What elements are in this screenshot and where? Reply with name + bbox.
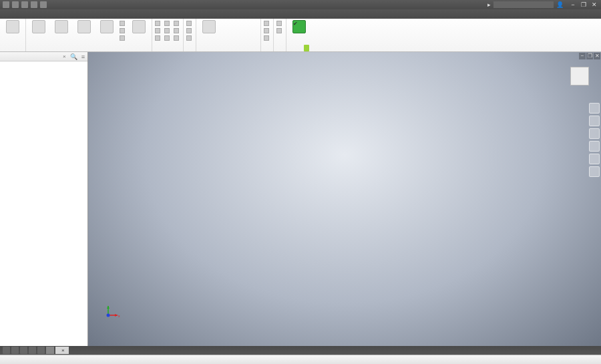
ribbon: ✔ (0, 19, 601, 52)
ribbon-tabs (0, 9, 601, 19)
mirror-button[interactable] (186, 35, 193, 41)
ribbon-group-format (274, 19, 286, 51)
ribbon-group-label (186, 51, 193, 51)
rotate-icon (155, 35, 160, 41)
move-icon (155, 21, 160, 26)
ribbon-group-label (155, 51, 180, 51)
project-geometry-button[interactable] (129, 20, 149, 34)
doctab-icon[interactable] (11, 347, 19, 354)
status-bar (0, 355, 601, 364)
ribbon-group-label (29, 51, 149, 51)
browser-menu-icon[interactable]: ≡ (81, 53, 85, 60)
circle-icon (55, 20, 68, 33)
offset-icon (174, 35, 179, 41)
ribbon-group-label (276, 51, 283, 51)
browser-search-icon[interactable]: 🔍 (70, 53, 77, 60)
extend-button[interactable] (164, 27, 171, 34)
svg-marker-3 (107, 306, 110, 309)
start-2d-sketch-icon (6, 20, 19, 33)
svg-point-4 (107, 314, 110, 317)
circle-button[interactable] (51, 20, 71, 34)
qat-app-icon[interactable] (3, 1, 9, 8)
trim-icon (164, 21, 170, 26)
image-icon (264, 21, 269, 26)
mirror-icon (186, 35, 192, 41)
copy-button[interactable] (155, 27, 162, 34)
doctab-icon[interactable] (3, 347, 10, 354)
dimension-icon (202, 20, 216, 33)
points-icon (264, 28, 269, 33)
tab-close-icon[interactable]: × (61, 347, 65, 354)
insert-image-button[interactable] (264, 20, 270, 27)
rotate-button[interactable] (155, 35, 162, 41)
svg-text:x: x (118, 314, 120, 318)
doctab-icon[interactable] (37, 347, 45, 354)
window-close[interactable]: ✕ (590, 1, 598, 8)
svg-marker-1 (115, 314, 118, 317)
qat-redo-icon[interactable] (40, 1, 47, 8)
qat-open-icon[interactable] (12, 1, 19, 8)
fillet-button[interactable] (120, 20, 126, 27)
qat-save-icon[interactable] (21, 1, 28, 8)
rectangular-pattern-button[interactable] (186, 20, 193, 27)
rectangle-button[interactable] (97, 20, 117, 34)
acad-icon (264, 35, 269, 41)
show-format-button[interactable] (276, 27, 283, 34)
point-icon (120, 35, 125, 41)
offset-button[interactable] (174, 35, 180, 41)
doctab-icon[interactable] (29, 347, 36, 354)
ribbon-group-pattern (184, 19, 196, 51)
ribbon-group-constrain (196, 19, 261, 51)
stretch-icon (174, 28, 179, 33)
circular-pattern-button[interactable] (186, 27, 193, 34)
circ-pattern-icon (186, 28, 192, 33)
browser-header: × 🔍 ≡ (0, 52, 87, 61)
stretch-button[interactable] (174, 27, 180, 34)
window-restore[interactable]: ❐ (580, 1, 588, 8)
scale-button[interactable] (174, 20, 180, 27)
ribbon-group-exit: ✔ (286, 19, 312, 51)
ribbon-group-sketch (0, 19, 26, 51)
format-button[interactable] (276, 20, 283, 27)
window-minimize[interactable]: − (569, 1, 577, 8)
ribbon-group-create (26, 19, 152, 51)
doctab-icon[interactable] (20, 347, 27, 354)
search-icon[interactable]: ▸ (487, 1, 491, 8)
finish-sketch-button[interactable]: ✔ (289, 20, 309, 34)
trim-button[interactable] (164, 20, 171, 27)
line-icon (32, 20, 45, 33)
split-icon (164, 35, 170, 41)
model-browser: × 🔍 ≡ (0, 52, 88, 346)
ribbon-group-label (199, 51, 258, 51)
rect-pattern-icon (186, 21, 192, 26)
format-icon (276, 21, 282, 26)
line-button[interactable] (29, 20, 49, 34)
move-button[interactable] (155, 20, 162, 27)
insert-acad-button[interactable] (264, 35, 270, 41)
ribbon-group-insert (261, 19, 274, 51)
point-button[interactable] (120, 35, 126, 41)
title-bar: ▸ 👤 − ❐ ✕ (0, 0, 601, 9)
ribbon-group-label (3, 51, 23, 51)
user-icon[interactable]: 👤 (556, 1, 564, 8)
model-tree[interactable] (0, 61, 87, 346)
browser-close-icon[interactable]: × (63, 53, 66, 59)
text-button[interactable] (120, 27, 126, 34)
sketch-canvas[interactable]: − ❐ ✕ x (88, 52, 601, 346)
axis-triad: x (103, 303, 120, 321)
arc-button[interactable] (74, 20, 94, 34)
help-search-input[interactable] (493, 1, 554, 8)
qat-undo-icon[interactable] (31, 1, 37, 8)
insert-points-button[interactable] (264, 27, 270, 34)
exit-sketch-button[interactable] (304, 45, 309, 51)
tab-digit-wheel[interactable]: × (55, 347, 69, 354)
scale-icon (174, 21, 179, 26)
finish-sketch-icon: ✔ (292, 20, 306, 33)
tab-my-home[interactable] (46, 347, 54, 354)
start-2d-sketch-button[interactable] (3, 20, 23, 34)
extend-icon (164, 28, 170, 33)
ribbon-group-label (264, 51, 270, 51)
show-format-icon (276, 28, 282, 33)
split-button[interactable] (164, 35, 171, 41)
dimension-button[interactable] (199, 20, 219, 34)
